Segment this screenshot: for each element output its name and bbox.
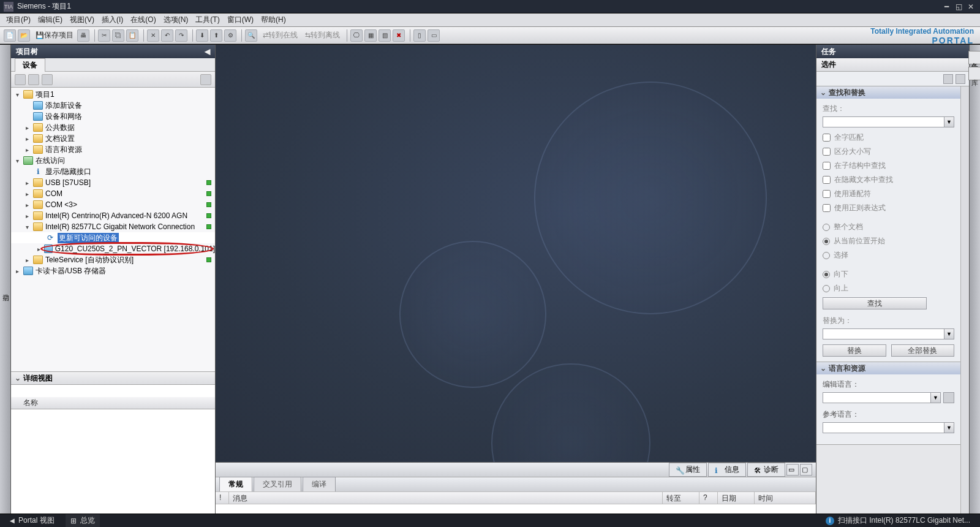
- tree-intel-eth[interactable]: ▾Intel(R) 82577LC Gigabit Network Connec…: [11, 221, 215, 232]
- tree-root[interactable]: ▾项目1: [11, 89, 215, 100]
- menu-online[interactable]: 在线(O): [127, 13, 159, 26]
- tree-teleservice[interactable]: ▸TeleService [自动协议识别]: [11, 254, 215, 265]
- options-tool1-icon[interactable]: [943, 74, 953, 84]
- device-view-icon[interactable]: ▦: [364, 29, 377, 42]
- tree-online-access[interactable]: ▾在线访问: [11, 155, 215, 166]
- lang-resources-header[interactable]: ⌄语言和资源: [816, 362, 960, 374]
- download-icon[interactable]: ⬇: [196, 29, 208, 42]
- delete-icon[interactable]: ✕: [147, 29, 159, 42]
- find-dropdown-icon[interactable]: ▼: [944, 116, 954, 127]
- find-input[interactable]: [823, 116, 944, 127]
- menu-window[interactable]: 窗口(W): [224, 13, 257, 26]
- opt-regex[interactable]: 使用正则表达式: [823, 203, 954, 213]
- menu-options[interactable]: 选项(N): [160, 13, 192, 26]
- tree-intel-wifi[interactable]: ▸Intel(R) Centrino(R) Advanced-N 6200 AG…: [11, 210, 215, 221]
- inspector-min-icon[interactable]: ▭: [786, 464, 799, 476]
- subtab-xref[interactable]: 交叉引用: [254, 477, 301, 492]
- tree-show-hidden[interactable]: ℹ显示/隐藏接口: [11, 166, 215, 177]
- go-offline-button[interactable]: ⇆ 转到离线: [301, 29, 344, 42]
- replace-input[interactable]: [823, 328, 944, 339]
- print-icon[interactable]: 🖶: [77, 29, 89, 42]
- detail-view-header[interactable]: ⌄详细视图: [11, 371, 215, 385]
- collapse-left-icon[interactable]: ◀: [205, 47, 210, 56]
- opt-whole-word[interactable]: 全字匹配: [823, 132, 954, 143]
- side-tab-start[interactable]: 启动: [0, 45, 11, 514]
- tree-card-reader[interactable]: ▸卡读卡器/USB 存储器: [11, 265, 215, 276]
- tree-common-data[interactable]: ▸公共数据: [11, 122, 215, 133]
- scope-selection[interactable]: 选择: [823, 250, 954, 260]
- replace-all-button[interactable]: 全部替换: [891, 344, 955, 357]
- tree-nav-fwd-icon[interactable]: [42, 74, 53, 85]
- subtab-compile[interactable]: 编译: [303, 477, 336, 492]
- subtab-general[interactable]: 常规: [219, 477, 252, 492]
- tab-info[interactable]: ℹ信息: [708, 463, 746, 477]
- find-replace-header[interactable]: ⌄查找和替换: [816, 86, 960, 99]
- tab-diagnostics[interactable]: 🛠诊断: [747, 463, 785, 477]
- opt-substructure[interactable]: 在子结构中查找: [823, 161, 954, 171]
- dir-down[interactable]: 向下: [823, 269, 954, 279]
- save-project-button[interactable]: 💾 保存项目: [32, 29, 77, 42]
- dir-up[interactable]: 向上: [823, 283, 954, 294]
- compile-icon[interactable]: ⚙: [224, 29, 236, 42]
- overview-button[interactable]: ⊞ 总览: [66, 514, 100, 527]
- search-icon[interactable]: 🔍: [245, 29, 257, 42]
- open-project-icon[interactable]: 📂: [18, 29, 30, 42]
- redo-icon[interactable]: ↷: [175, 29, 187, 42]
- tree-nav-back-icon[interactable]: [28, 74, 39, 85]
- tree-refresh-devices[interactable]: ⟳更新可访问的设备: [11, 232, 215, 243]
- opt-hidden[interactable]: 在隐藏文本中查找: [823, 175, 954, 185]
- paste-icon[interactable]: 📋: [126, 29, 138, 42]
- options-tool2-icon[interactable]: [956, 74, 965, 84]
- menu-help[interactable]: 帮助(H): [257, 13, 290, 26]
- undo-icon[interactable]: ↶: [161, 29, 173, 42]
- tree-com[interactable]: ▸COM: [11, 188, 215, 199]
- edit-lang-action-icon[interactable]: [943, 392, 954, 403]
- replace-dropdown-icon[interactable]: ▼: [944, 328, 954, 339]
- go-online-button[interactable]: ⇄ 转到在线: [259, 29, 301, 42]
- hmi-icon[interactable]: 🖵: [350, 29, 363, 42]
- menu-edit[interactable]: 编辑(E): [34, 13, 66, 26]
- ref-lang-dropdown-icon[interactable]: ▼: [944, 422, 954, 433]
- tree-add-device[interactable]: 添加新设备: [11, 100, 215, 111]
- menu-tools[interactable]: 工具(T): [192, 13, 223, 26]
- find-button[interactable]: 查找: [823, 297, 927, 309]
- minimize-button[interactable]: ━: [941, 2, 952, 11]
- scope-from-current[interactable]: 从当前位置开始: [823, 236, 954, 246]
- inspector-max-icon[interactable]: ▢: [800, 464, 812, 476]
- tasks-scrollbar[interactable]: [960, 86, 969, 514]
- portal-view-button[interactable]: ◀Portal 视图: [5, 514, 59, 527]
- maximize-button[interactable]: ◱: [953, 2, 964, 11]
- ref-lang-input[interactable]: [823, 422, 944, 433]
- tree-lang-resources[interactable]: ▸语言和资源: [11, 144, 215, 155]
- tree-new-icon[interactable]: [15, 74, 26, 85]
- tree-settings-icon[interactable]: [200, 74, 211, 85]
- menu-view[interactable]: 视图(V): [66, 13, 98, 26]
- tree-devices-networks[interactable]: 设备和网络: [11, 111, 215, 122]
- split-h-icon[interactable]: ▯: [413, 29, 426, 42]
- network-view-icon[interactable]: ▧: [379, 29, 391, 42]
- side-tab-tasks[interactable]: 任务: [968, 51, 980, 64]
- cut-icon[interactable]: ✂: [98, 29, 110, 42]
- stop-icon[interactable]: ✖: [393, 29, 405, 42]
- project-tree[interactable]: ▾项目1 添加新设备 设备和网络 ▸公共数据 ▸文档设置 ▸语言和资源 ▾在线访…: [11, 88, 215, 371]
- upload-icon[interactable]: ⬆: [210, 29, 222, 42]
- edit-lang-dropdown-icon[interactable]: ▼: [931, 392, 941, 403]
- tree-doc-settings[interactable]: ▸文档设置: [11, 133, 215, 144]
- copy-icon[interactable]: ⿻: [112, 29, 124, 42]
- tree-com3[interactable]: ▸COM <3>: [11, 199, 215, 210]
- new-project-icon[interactable]: 📄: [4, 29, 16, 42]
- menu-project[interactable]: 项目(P): [2, 13, 34, 26]
- devices-tab[interactable]: 设备: [15, 58, 45, 72]
- menu-insert[interactable]: 插入(I): [98, 13, 127, 26]
- scope-whole-doc[interactable]: 整个文档: [823, 222, 954, 232]
- tab-properties[interactable]: 🔧属性: [669, 463, 707, 477]
- side-tab-library[interactable]: 库: [968, 67, 980, 80]
- close-button[interactable]: ✕: [965, 2, 976, 11]
- split-v-icon[interactable]: ▭: [428, 29, 440, 42]
- opt-match-case[interactable]: 区分大小写: [823, 146, 954, 157]
- replace-button[interactable]: 替换: [823, 344, 886, 357]
- edit-lang-input[interactable]: [823, 392, 931, 403]
- opt-wildcards[interactable]: 使用通配符: [823, 189, 954, 199]
- tree-usb[interactable]: ▸USB [S7USB]: [11, 177, 215, 188]
- tree-g120-device[interactable]: ▸G120_CU250S_2_PN_VECTOR [192.168.0.101]: [11, 243, 215, 254]
